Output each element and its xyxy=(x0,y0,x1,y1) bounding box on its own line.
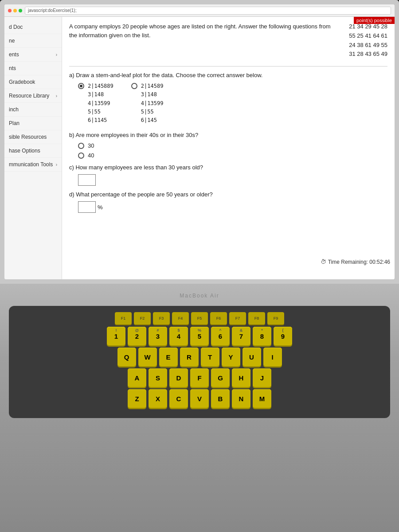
sidebar-label: Plan xyxy=(9,120,20,126)
radio-choice-2[interactable] xyxy=(131,83,137,89)
percent-unit: % xyxy=(98,204,103,211)
sidebar-item-gradebook[interactable]: Gradebook xyxy=(4,75,62,89)
key-h[interactable]: H xyxy=(232,368,250,387)
window-controls xyxy=(8,9,22,12)
choice-2[interactable]: 2|14589 3|148 4|13599 5|55 6|145 xyxy=(131,82,164,125)
close-btn[interactable] xyxy=(8,9,12,12)
key-w[interactable]: W xyxy=(138,348,157,366)
stem-leaf-row: 4|13599 xyxy=(141,99,164,108)
key-q[interactable]: Q xyxy=(117,348,136,366)
key-3[interactable]: # 3 xyxy=(149,327,167,345)
question-header: A company employs 20 people whose ages a… xyxy=(69,22,387,59)
key-6[interactable]: ^ 6 xyxy=(211,327,230,345)
sidebar-label: nts xyxy=(9,65,16,71)
stem-leaf-row: 3|148 xyxy=(88,90,113,99)
key-x[interactable]: X xyxy=(149,389,167,408)
key-f1[interactable]: F1 xyxy=(115,312,132,325)
browser-content: d Doc ne ents › nts Gradebook Resource L… xyxy=(4,17,395,279)
sidebar-label: inch xyxy=(9,106,19,113)
key-s[interactable]: S xyxy=(149,368,167,387)
sidebar-item-inch[interactable]: inch xyxy=(4,103,62,117)
key-f5[interactable]: F5 xyxy=(191,312,208,325)
radio-choice-1[interactable] xyxy=(78,83,84,89)
key-v[interactable]: V xyxy=(190,389,209,408)
sidebar-item-communication-tools[interactable]: mmunication Tools › xyxy=(4,158,62,172)
sidebar-item-ne[interactable]: ne xyxy=(4,34,62,48)
number-row: ! 1 @ 2 # 3 $ 4 % 5 ^ 6 xyxy=(16,327,383,345)
key-m[interactable]: M xyxy=(253,389,271,408)
minimize-btn[interactable] xyxy=(13,9,17,12)
key-4[interactable]: $ 4 xyxy=(169,327,188,345)
key-n[interactable]: N xyxy=(232,389,250,408)
key-i[interactable]: I xyxy=(263,348,282,366)
url-bar[interactable]: javascript:doExercise(1); xyxy=(25,7,391,15)
stem-leaf-row: 2|145889 xyxy=(88,82,113,90)
key-b[interactable]: B xyxy=(211,389,230,408)
key-5[interactable]: % 5 xyxy=(190,327,209,345)
key-z[interactable]: Z xyxy=(128,389,146,408)
sidebar-item-ents[interactable]: ents › xyxy=(4,48,62,62)
chevron-right-icon: › xyxy=(56,94,57,98)
sidebar-item-sible-resources[interactable]: sible Resources xyxy=(4,130,62,144)
sidebar-item-ddoc[interactable]: d Doc xyxy=(4,20,62,34)
sidebar-item-resource-library[interactable]: Resource Library › xyxy=(4,89,62,103)
key-f6[interactable]: F6 xyxy=(210,312,227,325)
key-t[interactable]: T xyxy=(201,348,219,366)
sidebar: d Doc ne ents › nts Gradebook Resource L… xyxy=(4,17,62,279)
time-remaining: ⏱ Time Remaining: 00:52:46 xyxy=(321,258,390,265)
qwerty-row: Q W E R T Y U I xyxy=(16,348,383,366)
time-remaining-text: Time Remaining: 00:52:46 xyxy=(328,259,390,265)
key-2[interactable]: @ 2 xyxy=(128,327,146,345)
data-row-3: 24 38 61 49 55 xyxy=(349,41,387,50)
option-30[interactable]: 30 xyxy=(78,142,387,149)
divider xyxy=(69,66,387,66)
key-j[interactable]: J xyxy=(253,368,271,387)
key-r[interactable]: R xyxy=(180,348,199,366)
key-f3[interactable]: F3 xyxy=(153,312,170,325)
radio-40[interactable] xyxy=(78,153,84,159)
key-a[interactable]: A xyxy=(128,368,146,387)
macbook-label: MacBook Air xyxy=(180,293,219,299)
part-d-input-group: % xyxy=(78,201,387,213)
key-f[interactable]: F xyxy=(190,368,209,387)
sidebar-item-nts[interactable]: nts xyxy=(4,62,62,75)
maximize-btn[interactable] xyxy=(19,9,22,12)
option-40[interactable]: 40 xyxy=(78,152,387,159)
option-40-label: 40 xyxy=(88,152,94,159)
part-d-input[interactable] xyxy=(78,201,96,213)
sidebar-label: hase Options xyxy=(9,148,40,154)
key-f9[interactable]: F9 xyxy=(267,312,284,325)
sidebar-item-plan[interactable]: Plan xyxy=(4,117,62,130)
key-c[interactable]: C xyxy=(169,389,188,408)
key-f4[interactable]: F4 xyxy=(172,312,189,325)
choice-1[interactable]: 2|145889 3|148 4|13599 5|55 6|1145 xyxy=(78,82,113,125)
chevron-right-icon: › xyxy=(56,52,57,57)
key-9[interactable]: ( 9 xyxy=(274,327,292,345)
part-c-input[interactable] xyxy=(78,174,96,186)
key-1[interactable]: ! 1 xyxy=(107,327,125,345)
part-b-label: b) Are more employees in their 40s or in… xyxy=(69,132,387,138)
keyboard-area: MacBook Air F1 F2 F3 F4 F5 F6 F7 F8 F9 !… xyxy=(0,284,399,532)
stem-leaf-1: 2|145889 3|148 4|13599 5|55 6|1145 xyxy=(88,82,113,125)
stem-leaf-row: 5|55 xyxy=(88,108,113,116)
sidebar-item-hase-options[interactable]: hase Options xyxy=(4,144,62,158)
key-g[interactable]: G xyxy=(211,368,230,387)
stem-leaf-row: 6|145 xyxy=(141,116,164,125)
key-f8[interactable]: F8 xyxy=(248,312,265,325)
key-8[interactable]: * 8 xyxy=(253,327,271,345)
key-u[interactable]: U xyxy=(243,348,261,366)
key-7[interactable]: & 7 xyxy=(232,327,250,345)
key-y[interactable]: Y xyxy=(222,348,240,366)
option-30-label: 30 xyxy=(88,142,94,149)
sidebar-label: Gradebook xyxy=(9,79,35,85)
key-e[interactable]: E xyxy=(159,348,178,366)
sidebar-label: mmunication Tools xyxy=(9,161,53,168)
key-d[interactable]: D xyxy=(169,368,188,387)
sidebar-label: ne xyxy=(9,38,15,44)
key-f2[interactable]: F2 xyxy=(134,312,151,325)
key-f7[interactable]: F7 xyxy=(229,312,246,325)
stem-leaf-row: 3|148 xyxy=(141,90,164,99)
radio-30[interactable] xyxy=(78,143,84,149)
laptop-screen: javascript:doExercise(1); d Doc ne ents … xyxy=(0,0,399,284)
screen-inner: javascript:doExercise(1); d Doc ne ents … xyxy=(4,4,395,279)
